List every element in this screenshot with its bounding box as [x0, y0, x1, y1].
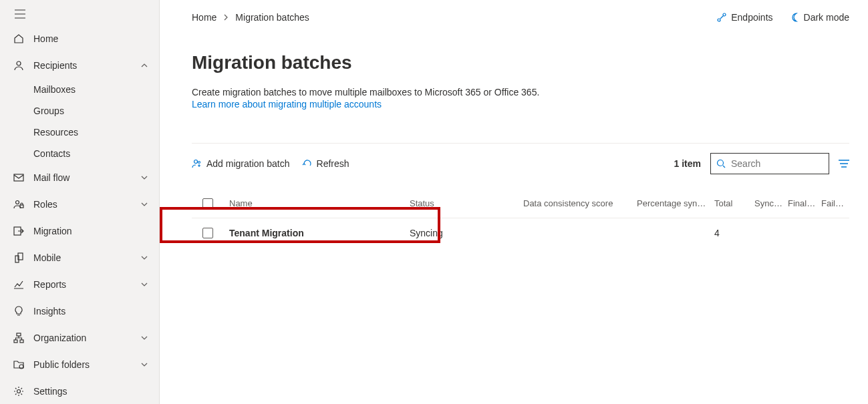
sidebar-sub-groups[interactable]: Groups: [0, 100, 159, 122]
nav-label: Insights: [33, 306, 148, 317]
col-name[interactable]: Name: [229, 198, 410, 208]
nav-label: Mobile: [33, 252, 140, 263]
svg-point-16: [718, 160, 724, 166]
sidebar-sub-contacts[interactable]: Contacts: [0, 143, 159, 164]
darkmode-button[interactable]: Dark mode: [789, 12, 849, 23]
org-icon: [12, 333, 25, 343]
nav-label: Migration: [33, 226, 148, 236]
sidebar-item-insights[interactable]: Insights: [0, 298, 159, 325]
search-input[interactable]: [730, 158, 823, 170]
hamburger-menu[interactable]: [0, 3, 159, 25]
add-migration-batch-button[interactable]: Add migration batch: [192, 158, 290, 169]
mail-icon: [12, 172, 25, 183]
sidebar-item-publicfolders[interactable]: Public folders: [0, 351, 159, 378]
svg-rect-8: [14, 340, 17, 343]
gear-icon: [12, 386, 25, 397]
breadcrumb-current: Migration batches: [235, 12, 309, 23]
chevron-down-icon: [140, 254, 148, 262]
page-description: Create migration batches to move multipl…: [192, 85, 849, 99]
sidebar-item-roles[interactable]: Roles: [0, 191, 159, 218]
sidebar-item-migration[interactable]: Migration: [0, 218, 159, 244]
search-icon: [716, 159, 726, 168]
row-name: Tenant Migration: [229, 228, 410, 238]
sidebar-item-home[interactable]: Home: [0, 25, 159, 52]
nav-label: Organization: [33, 333, 140, 343]
svg-rect-1: [14, 174, 23, 181]
col-dcs[interactable]: Data consistency score: [523, 198, 637, 208]
sidebar-item-settings[interactable]: Settings: [0, 378, 159, 404]
endpoints-label: Endpoints: [731, 12, 772, 23]
nav-label: Recipients: [33, 60, 140, 71]
nav-label: Mail flow: [33, 172, 140, 183]
select-all-checkbox[interactable]: [202, 198, 213, 209]
svg-rect-7: [17, 333, 21, 336]
svg-rect-9: [20, 340, 23, 343]
darkmode-label: Dark mode: [804, 12, 849, 23]
add-user-icon: [192, 158, 202, 169]
page-title: Migration batches: [192, 52, 849, 73]
sidebar-sub-mailboxes[interactable]: Mailboxes: [0, 79, 159, 100]
chevron-down-icon: [140, 280, 148, 288]
sidebar: Home Recipients Mailboxes Groups Resourc…: [0, 0, 160, 404]
col-synced[interactable]: Synced: [754, 198, 788, 208]
svg-point-12: [718, 19, 720, 21]
table-header: Name Status Data consistency score Perce…: [192, 189, 849, 218]
roles-icon: [12, 199, 25, 210]
sidebar-item-mailflow[interactable]: Mail flow: [0, 164, 159, 191]
home-icon: [12, 33, 25, 44]
table-row[interactable]: Tenant Migration Syncing 4: [192, 218, 849, 248]
endpoints-icon: [716, 12, 727, 23]
chevron-down-icon: [140, 174, 148, 182]
add-label: Add migration batch: [206, 158, 290, 169]
main-content: Home Migration batches Endpoints Dark mo…: [160, 0, 868, 404]
migration-table: Name Status Data consistency score Perce…: [192, 189, 849, 248]
moon-icon: [789, 12, 800, 23]
reports-icon: [12, 279, 25, 290]
svg-point-11: [17, 390, 21, 393]
sidebar-sub-resources[interactable]: Resources: [0, 122, 159, 143]
svg-point-15: [198, 162, 200, 164]
refresh-icon: [302, 158, 313, 169]
svg-point-14: [194, 160, 198, 164]
search-box[interactable]: [710, 153, 829, 174]
item-count: 1 item: [674, 158, 701, 169]
col-status[interactable]: Status: [410, 198, 523, 208]
migration-icon: [12, 226, 25, 236]
filter-icon[interactable]: [839, 159, 849, 168]
refresh-button[interactable]: Refresh: [302, 158, 349, 169]
svg-point-2: [16, 201, 19, 204]
nav-label: Home: [33, 33, 148, 44]
insights-icon: [12, 306, 25, 317]
nav-label: Roles: [33, 199, 140, 210]
col-pct[interactable]: Percentage synced: [637, 198, 714, 208]
sidebar-item-organization[interactable]: Organization: [0, 325, 159, 351]
col-failed[interactable]: Failed: [821, 198, 849, 208]
toolbar: Add migration batch Refresh 1 item: [192, 143, 849, 174]
sidebar-item-reports[interactable]: Reports: [0, 271, 159, 298]
folder-icon: [12, 359, 25, 370]
nav-label: Settings: [33, 386, 148, 397]
top-actions: Endpoints Dark mode: [716, 12, 849, 23]
refresh-label: Refresh: [317, 158, 349, 169]
endpoints-button[interactable]: Endpoints: [716, 12, 772, 23]
breadcrumb-home[interactable]: Home: [192, 12, 216, 23]
sidebar-item-mobile[interactable]: Mobile: [0, 244, 159, 271]
col-total[interactable]: Total: [714, 198, 754, 208]
row-status: Syncing: [410, 228, 523, 238]
breadcrumb-separator-icon: [223, 14, 229, 21]
learn-more-link[interactable]: Learn more about migrating multiple acco…: [192, 99, 849, 110]
svg-point-13: [723, 13, 726, 16]
mobile-icon: [12, 252, 25, 263]
svg-point-0: [17, 61, 21, 65]
nav-label: Reports: [33, 279, 140, 290]
chevron-down-icon: [140, 334, 148, 342]
chevron-up-icon: [140, 61, 148, 69]
col-finalized[interactable]: Finalized: [788, 198, 821, 208]
sidebar-item-recipients[interactable]: Recipients: [0, 52, 159, 79]
chevron-down-icon: [140, 200, 148, 208]
nav-label: Public folders: [33, 359, 140, 370]
row-total: 4: [714, 228, 754, 238]
person-icon: [12, 60, 25, 71]
chevron-down-icon: [140, 361, 148, 369]
row-checkbox[interactable]: [202, 228, 213, 238]
